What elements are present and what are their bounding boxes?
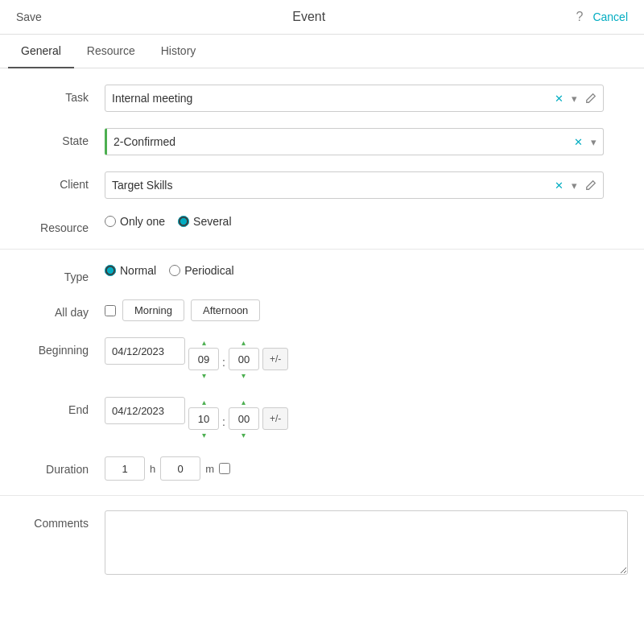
state-actions: ✕ ▾ <box>571 134 603 150</box>
end-plus-minus-button[interactable]: +/- <box>262 407 288 430</box>
beginning-control: : +/- <box>105 337 628 381</box>
save-button[interactable]: Save <box>16 10 42 23</box>
end-hour-input[interactable] <box>188 407 219 430</box>
end-minute-up[interactable] <box>241 397 246 407</box>
beginning-plus-minus-button[interactable]: +/- <box>262 348 288 370</box>
cancel-button[interactable]: Cancel <box>592 10 628 23</box>
beginning-label: Beginning <box>16 337 105 357</box>
form-body: Task ✕ ▾ State <box>0 68 644 591</box>
beginning-minute-up[interactable] <box>241 337 246 348</box>
help-icon[interactable]: ? <box>576 10 584 24</box>
resource-several-radio[interactable] <box>178 216 189 227</box>
resource-label: Resource <box>16 215 105 234</box>
afternoon-button[interactable]: Afternoon <box>191 299 260 321</box>
type-row: Type Normal Periodical <box>0 256 644 291</box>
resource-radio-group: Only one Several <box>105 215 232 228</box>
task-edit-button[interactable] <box>582 91 600 105</box>
type-control: Normal Periodical <box>105 264 628 277</box>
client-row: Client ✕ ▾ <box>0 163 644 207</box>
end-control: : +/- <box>105 397 628 440</box>
end-colon: : <box>222 409 225 428</box>
end-date-input[interactable] <box>105 397 185 424</box>
comments-textarea[interactable] <box>105 510 628 575</box>
end-hour-up[interactable] <box>201 397 207 407</box>
state-row: State ✕ ▾ <box>0 120 644 163</box>
morning-button[interactable]: Morning <box>122 299 184 321</box>
task-dropdown-button[interactable]: ▾ <box>568 91 580 106</box>
type-normal-radio[interactable] <box>105 265 116 276</box>
end-label: End <box>16 397 105 416</box>
type-normal-label: Normal <box>120 264 156 277</box>
end-hour-spinner <box>188 397 219 440</box>
state-input-field: ✕ ▾ <box>105 128 604 155</box>
resource-only-one-radio[interactable] <box>105 216 116 227</box>
beginning-minute-down[interactable] <box>241 370 246 381</box>
task-input[interactable] <box>105 92 551 105</box>
comments-label: Comments <box>16 510 105 530</box>
state-label: State <box>16 128 105 147</box>
duration-minutes-input[interactable] <box>160 456 200 481</box>
allday-label: All day <box>16 299 105 319</box>
duration-hours-input[interactable] <box>105 456 145 481</box>
duration-m-label: m <box>205 463 214 475</box>
client-dropdown-button[interactable]: ▾ <box>568 178 580 193</box>
duration-checkbox[interactable] <box>219 463 230 474</box>
tab-general[interactable]: General <box>8 35 74 68</box>
task-input-field: ✕ ▾ <box>105 85 604 112</box>
type-radio-group: Normal Periodical <box>105 264 234 277</box>
client-input-field: ✕ ▾ <box>105 171 604 199</box>
end-minute-spinner <box>229 397 259 440</box>
client-actions: ✕ ▾ <box>551 178 603 193</box>
allday-checkbox[interactable] <box>105 305 116 316</box>
beginning-minute-spinner <box>229 337 259 381</box>
duration-inputs: h m <box>105 456 230 481</box>
tab-history[interactable]: History <box>148 35 209 68</box>
type-label: Type <box>16 264 105 283</box>
resource-several-option[interactable]: Several <box>178 215 231 228</box>
task-clear-button[interactable]: ✕ <box>551 91 567 106</box>
type-normal-option[interactable]: Normal <box>105 264 156 277</box>
task-row: Task ✕ ▾ <box>0 76 644 120</box>
end-minute-down[interactable] <box>241 430 246 440</box>
divider-2 <box>0 495 644 496</box>
client-input[interactable] <box>105 179 551 192</box>
end-hour-down[interactable] <box>201 430 207 440</box>
state-clear-button[interactable]: ✕ <box>571 134 586 150</box>
divider-1 <box>0 249 644 250</box>
type-periodical-radio[interactable] <box>169 265 180 276</box>
allday-controls: Morning Afternoon <box>105 299 260 321</box>
beginning-hour-down[interactable] <box>201 370 207 381</box>
task-control: ✕ ▾ <box>105 85 628 112</box>
beginning-hour-up[interactable] <box>201 337 207 348</box>
client-edit-button[interactable] <box>582 178 600 192</box>
beginning-hour-input[interactable] <box>188 348 219 370</box>
tabs: General Resource History <box>0 35 644 68</box>
comments-row: Comments <box>0 502 644 583</box>
end-row: End : +/- <box>0 389 644 448</box>
beginning-minute-input[interactable] <box>229 348 259 370</box>
state-dropdown-button[interactable]: ▾ <box>588 134 600 150</box>
tab-resource[interactable]: Resource <box>74 35 148 68</box>
resource-control: Only one Several <box>105 215 628 228</box>
duration-h-label: h <box>150 463 155 475</box>
duration-control: h m <box>105 456 628 481</box>
top-bar: Save Event ? Cancel <box>0 0 644 35</box>
state-input[interactable] <box>107 135 571 148</box>
resource-several-label: Several <box>193 215 231 228</box>
allday-row: All day Morning Afternoon <box>0 291 644 329</box>
duration-row: Duration h m <box>0 448 644 489</box>
client-label: Client <box>16 171 105 191</box>
resource-only-one-option[interactable]: Only one <box>105 215 165 228</box>
client-clear-button[interactable]: ✕ <box>551 178 567 193</box>
beginning-date-input[interactable] <box>105 337 185 365</box>
task-actions: ✕ ▾ <box>551 91 603 106</box>
task-label: Task <box>16 85 105 104</box>
type-periodical-option[interactable]: Periodical <box>169 264 233 277</box>
resource-row: Resource Only one Several <box>0 207 644 242</box>
beginning-hour-spinner <box>188 337 219 381</box>
allday-control: Morning Afternoon <box>105 299 628 321</box>
comments-control <box>105 510 628 575</box>
end-minute-input[interactable] <box>229 407 259 430</box>
beginning-colon: : <box>222 349 225 369</box>
beginning-row: Beginning : +/- <box>0 329 644 389</box>
